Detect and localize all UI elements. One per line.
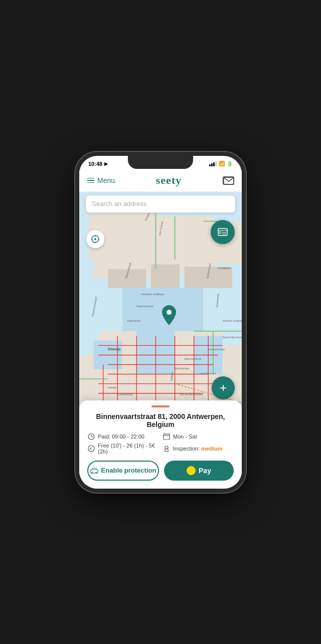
svg-text:Eilandje: Eilandje <box>108 347 121 351</box>
svg-text:Houtdok-Zuidkaai: Houtdok-Zuidkaai <box>141 293 164 296</box>
signal-icon <box>209 161 217 166</box>
time-display: 10:48 <box>88 161 102 167</box>
svg-text:Asiadok Oostkaai: Asiadok Oostkaai <box>223 319 242 322</box>
svg-text:Londenstraat: Londenstraat <box>117 393 133 396</box>
sheet-actions: Enable protection ⚡ Pay <box>87 461 234 481</box>
wifi-icon: 📶 <box>219 161 225 166</box>
hamburger-icon <box>87 178 94 183</box>
svg-rect-87 <box>164 434 170 440</box>
svg-line-86 <box>91 437 93 438</box>
search-placeholder: Search an address <box>92 200 146 207</box>
battery-icon: 🔋 <box>227 161 233 166</box>
plus-icon: + <box>220 381 227 395</box>
svg-point-73 <box>94 238 96 240</box>
map-layers-icon <box>216 226 229 239</box>
svg-rect-7 <box>151 264 180 288</box>
svg-text:Noeren Rijn Noorderlaan: Noeren Rijn Noorderlaan <box>223 336 242 339</box>
sheet-handle <box>151 405 170 407</box>
map-pin <box>162 305 176 327</box>
notch <box>128 156 193 169</box>
inspection-text: Inspection: medium <box>173 446 222 452</box>
svg-text:Lange Dijkstraat: Lange Dijkstraat <box>199 372 216 374</box>
pay-label: Pay <box>199 467 211 475</box>
protect-label: Enable protection <box>101 467 156 474</box>
app-header: Menu seety <box>79 170 242 192</box>
car-icon <box>90 468 98 474</box>
calendar-icon <box>163 433 171 441</box>
svg-text:Indiestraat: Indiestraat <box>127 319 140 322</box>
location-indicator: ▶ <box>104 161 108 166</box>
status-icons: 📶 🔋 <box>209 161 233 166</box>
svg-point-83 <box>167 310 172 315</box>
menu-label: Menu <box>97 176 115 184</box>
detail-pricing-row: € Free (10') - 2€ (1h) - 5€ (2h) <box>87 443 158 455</box>
pay-button[interactable]: ⚡ Pay <box>164 461 234 481</box>
location-button[interactable] <box>86 230 104 248</box>
svg-text:mstraat: mstraat <box>108 386 117 389</box>
svg-text:Madrasstraat: Madrasstraat <box>136 305 153 308</box>
detail-hours-row: Paid: 09:00 - 22:00 <box>87 433 158 441</box>
svg-text:Vaa: Vaa <box>223 266 228 269</box>
euro-icon: € <box>87 445 95 453</box>
clock-icon <box>87 433 95 441</box>
fab-button[interactable]: + <box>212 376 235 399</box>
crosshair-icon <box>91 235 100 244</box>
phone-frame: 10:48 ▶ 📶 🔋 Menu seety <box>75 152 246 493</box>
enable-protection-button[interactable]: Enable protection <box>87 461 159 481</box>
inspection-level: medium <box>201 446 222 452</box>
svg-point-80 <box>219 232 221 234</box>
lightning-icon: ⚡ <box>187 466 196 475</box>
svg-text:Van de Wervestraat: Van de Wervestraat <box>180 393 203 396</box>
menu-button[interactable]: Menu <box>87 176 115 184</box>
brand-logo: seety <box>156 174 182 187</box>
pricing-text: Free (10') - 2€ (1h) - 5€ (2h) <box>98 443 158 455</box>
mail-icon[interactable] <box>223 176 234 184</box>
search-bar[interactable]: Search an address <box>85 195 236 213</box>
detail-inspection-row: Inspection: medium <box>163 443 234 455</box>
detail-schedule-row: Mon - Sat <box>163 433 234 441</box>
svg-rect-0 <box>224 177 234 184</box>
bottom-sheet: Binnenvaartstraat 81, 2000 Antwerpen, Be… <box>79 400 242 489</box>
hours-text: Paid: 09:00 - 22:00 <box>98 434 144 440</box>
map-layers-button[interactable] <box>211 220 235 244</box>
svg-text:€: € <box>90 447 92 451</box>
svg-text:Ellermanstraat: Ellermanstraat <box>185 357 202 360</box>
schedule-text: Mon - Sat <box>173 434 197 440</box>
sheet-details: Paid: 09:00 - 22:00 Mon - Sat <box>87 433 234 455</box>
svg-text:Kempenstraat: Kempenstraat <box>208 347 225 350</box>
sheet-address: Binnenvaartstraat 81, 2000 Antwerpen, Be… <box>87 412 234 428</box>
status-time: 10:48 ▶ <box>88 161 108 167</box>
inspection-icon <box>163 445 171 453</box>
svg-text:Noorderlaan: Noorderlaan <box>175 367 190 370</box>
